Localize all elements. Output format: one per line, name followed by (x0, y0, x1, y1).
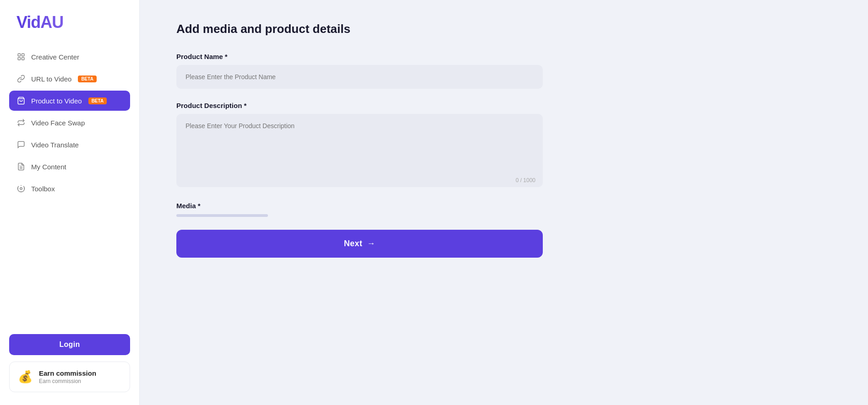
product-description-textarea[interactable] (176, 114, 543, 187)
sidebar-item-label: Video Translate (31, 141, 79, 149)
product-name-group: Product Name * (176, 53, 543, 89)
svg-rect-3 (22, 58, 24, 60)
shopping-bag-icon (16, 96, 26, 105)
media-bar (176, 214, 268, 217)
toolbox-icon (16, 184, 26, 193)
grid-icon (16, 52, 26, 61)
sidebar-item-label: URL to Video (31, 75, 71, 83)
next-arrow-icon: → (367, 239, 375, 248)
sidebar-item-url-to-video[interactable]: URL to Video Beta (9, 69, 130, 89)
earn-subtitle: Earn commission (39, 378, 96, 384)
face-swap-icon (16, 118, 26, 127)
sidebar-item-creative-center[interactable]: Creative Center (9, 47, 130, 67)
product-name-input[interactable] (176, 65, 543, 89)
form-section: Product Name * Product Description * 0 /… (176, 53, 543, 258)
sidebar-item-label: Product to Video (31, 97, 82, 105)
next-button[interactable]: Next → (176, 230, 543, 258)
content-icon (16, 162, 26, 171)
page-title: Add media and product details (176, 22, 831, 36)
translate-icon (16, 140, 26, 149)
beta-badge: Beta (78, 76, 96, 82)
sidebar-item-my-content[interactable]: My Content (9, 157, 130, 177)
sidebar-item-toolbox[interactable]: Toolbox (9, 178, 130, 199)
login-button[interactable]: Login (9, 334, 130, 355)
beta-badge: Beta (88, 97, 107, 104)
link-icon (16, 74, 26, 83)
sidebar-item-label: Video Face Swap (31, 119, 85, 127)
product-description-group: Product Description * 0 / 1000 (176, 102, 543, 189)
sidebar-item-label: Creative Center (31, 53, 79, 61)
app-logo: VidAU (16, 13, 63, 32)
svg-point-7 (20, 188, 22, 190)
sidebar-item-label: Toolbox (31, 185, 55, 193)
earn-commission-card[interactable]: 💰 Earn commission Earn commission (9, 362, 130, 392)
sidebar-item-label: My Content (31, 163, 66, 171)
main-content: Add media and product details Product Na… (140, 0, 868, 405)
earn-title: Earn commission (39, 369, 96, 377)
sidebar-item-video-translate[interactable]: Video Translate (9, 135, 130, 155)
sidebar-bottom: Login 💰 Earn commission Earn commission (0, 325, 139, 405)
media-group: Media * (176, 202, 543, 217)
next-button-label: Next (344, 239, 362, 248)
sidebar-item-video-face-swap[interactable]: Video Face Swap (9, 113, 130, 133)
sidebar-nav: Creative Center URL to Video Beta (0, 43, 139, 325)
svg-rect-1 (22, 54, 24, 56)
char-count: 0 / 1000 (516, 177, 535, 184)
svg-rect-0 (18, 54, 20, 56)
sidebar: VidAU Creative Center URL to Video Beta (0, 0, 140, 405)
product-name-label: Product Name * (176, 53, 543, 60)
svg-rect-2 (18, 58, 20, 60)
logo-area: VidAU (0, 0, 139, 43)
earn-texts: Earn commission Earn commission (39, 369, 96, 384)
earn-icon: 💰 (18, 370, 33, 384)
sidebar-item-product-to-video[interactable]: Product to Video Beta (9, 91, 130, 111)
textarea-wrapper: 0 / 1000 (176, 114, 543, 189)
product-description-label: Product Description * (176, 102, 543, 109)
media-label: Media * (176, 202, 543, 210)
